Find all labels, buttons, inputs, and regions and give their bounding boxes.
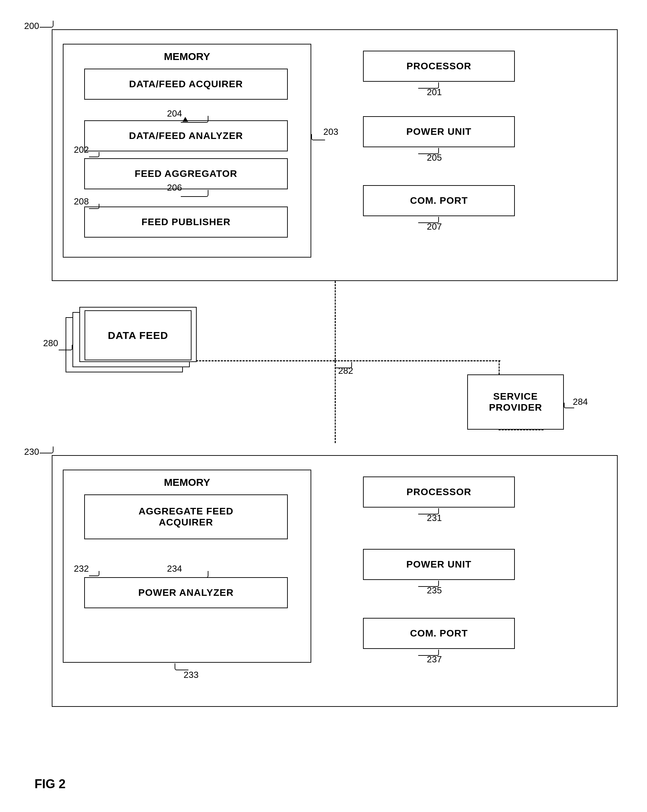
power-unit-bottom-box: POWER UNIT: [363, 549, 515, 580]
power-unit-top-box: POWER UNIT: [363, 116, 515, 147]
data-feed-analyzer-box: DATA/FEED ANALYZER: [84, 121, 288, 151]
ref-284-label: 284: [573, 397, 587, 407]
bottom-device-outer-box: MEMORY AGGREGATE FEED ACQUIRER POWER ANA…: [52, 455, 618, 707]
memory-bottom-box: MEMORY AGGREGATE FEED ACQUIRER POWER ANA…: [63, 470, 311, 663]
memory-top-box: MEMORY DATA/FEED ACQUIRER DATA/FEED ANAL…: [63, 44, 311, 258]
ref-208-label: 208: [74, 196, 89, 207]
service-provider-box: SERVICE PROVIDER: [467, 374, 564, 430]
com-port-top-box: COM. PORT: [363, 185, 515, 216]
top-device-outer-box: MEMORY DATA/FEED ACQUIRER DATA/FEED ANAL…: [52, 29, 618, 281]
memory-bottom-title: MEMORY: [63, 476, 310, 488]
power-analyzer-box: POWER ANALYZER: [84, 577, 288, 608]
ref-202-label: 202: [74, 145, 89, 155]
aggregate-feed-acquirer-box: AGGREGATE FEED ACQUIRER: [84, 495, 288, 539]
ref-233-label: 233: [184, 670, 199, 680]
figure-label: FIG 2: [35, 777, 66, 791]
ref-204-label: 204: [167, 108, 182, 119]
processor-top-box: PROCESSOR: [363, 51, 515, 82]
data-feed-acquirer-box: DATA/FEED ACQUIRER: [84, 69, 288, 100]
dashed-horizontal-line-right: [335, 360, 500, 361]
ref-203-label: 203: [323, 127, 338, 137]
ref-230-label: 230: [24, 447, 39, 457]
com-port-bottom-box: COM. PORT: [363, 618, 515, 649]
ref-200-label: 200: [24, 21, 39, 31]
processor-bottom-box: PROCESSOR: [363, 476, 515, 508]
data-feed-box: DATA FEED: [84, 310, 191, 360]
diagram-container: 200 MEMORY DATA/FEED ACQUIRER DATA/FEED …: [21, 14, 635, 772]
feed-publisher-box: FEED PUBLISHER: [84, 206, 288, 238]
ref-232-label: 232: [74, 563, 89, 574]
ref-206-label: 206: [167, 182, 182, 193]
dashed-horizontal-line-top: [190, 360, 335, 361]
feed-aggregator-box: FEED AGGREGATOR: [84, 158, 288, 189]
ref-234-label: 234: [167, 563, 182, 574]
ref-280-label: 280: [43, 338, 58, 349]
memory-top-title: MEMORY: [63, 51, 310, 63]
